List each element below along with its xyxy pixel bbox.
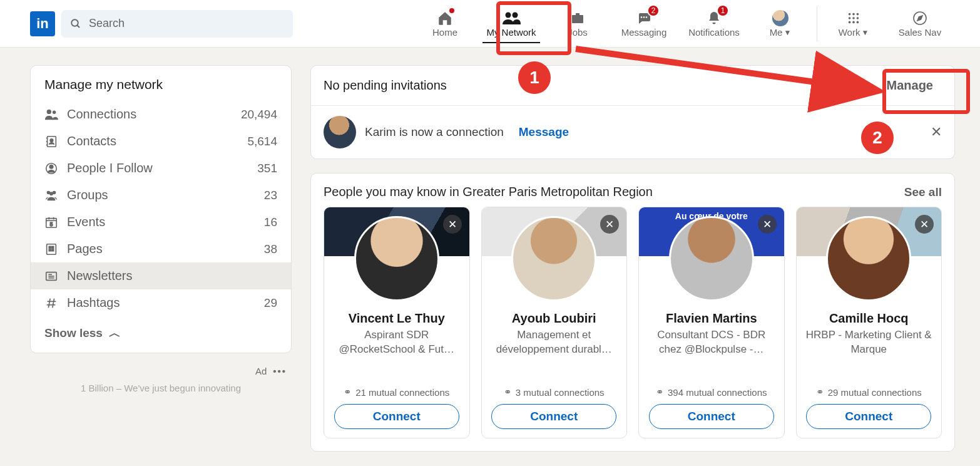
ad-label: Ad [255,366,267,376]
mn-people-follow[interactable]: People I Follow 351 [31,155,291,182]
mn-events[interactable]: 5 Events 16 [31,209,291,236]
people-grid: ✕ Vincent Le Thuy Aspirant SDR @RocketSc… [324,207,942,438]
compass-icon [912,9,927,27]
ad-menu-icon[interactable]: ••• [273,366,287,376]
mutual-connections: ⚭ 29 mutual connections [816,380,922,398]
mutual-connections: ⚭ 394 mutual connections [656,380,767,398]
svg-point-7 [646,16,648,18]
pymk-panel: People you may know in Greater Paris Met… [310,173,955,452]
avatar [772,10,789,26]
person-card: Au cœur de votre ✕ Flavien Martins Consu… [638,207,785,438]
nav-work[interactable]: Work▼ [822,0,885,47]
mn-groups[interactable]: Groups 23 [31,182,291,209]
connections-icon [44,108,67,122]
person-avatar[interactable] [354,216,439,301]
connect-button[interactable]: Connect [491,404,616,429]
person-avatar[interactable] [511,216,596,301]
top-nav: in Search Home My Network Jobs [0,0,980,48]
mn-count: 16 [264,215,277,229]
avatar-icon [772,9,789,27]
connect-button[interactable]: Connect [334,404,459,429]
mn-hashtags[interactable]: Hashtags 29 [31,289,291,316]
mn-connections[interactable]: Connections 20,494 [31,101,291,128]
see-all-link[interactable]: See all [904,185,942,199]
dismiss-icon[interactable]: ✕ [758,215,777,234]
svg-rect-39 [52,249,54,251]
person-title: HRBP - Marketing Client & Marque [803,328,936,357]
right-column: No pending invitations Manage Karim is n… [310,65,955,452]
notifications-badge: 1 [717,4,729,17]
nav-label: Home [432,27,457,38]
nav-label: Sales Nav [899,27,941,38]
connection-avatar[interactable] [324,116,356,148]
nav-mynetwork[interactable]: My Network [476,0,546,47]
svg-rect-38 [49,249,51,251]
mn-label: People I Follow [67,161,257,175]
person-name[interactable]: Flavien Martins [666,311,757,326]
dismiss-icon[interactable]: ✕ [600,215,619,234]
connection-notice: Karim is now a connection Message ✕ [311,106,954,158]
nav-items: Home My Network Jobs 2 Messaging 1 [414,0,955,47]
mn-label: Pages [67,242,264,256]
nav-jobs[interactable]: Jobs [546,0,609,47]
svg-text:5: 5 [50,221,53,227]
link-icon: ⚭ [504,386,512,398]
person-name[interactable]: Ayoub Loubiri [512,311,596,326]
nav-separator [817,6,817,41]
svg-point-21 [50,138,53,142]
message-button[interactable]: Message [519,125,569,139]
newsletter-icon [44,269,67,283]
manage-network-panel: Manage my network Connections 20,494 Con… [30,65,292,353]
person-title: Consultant DCS - BDR chez @Blockpulse -… [645,328,778,357]
connect-button[interactable]: Connect [806,404,931,429]
person-title: Aspirant SDR @RocketSchool & Fut… [330,328,463,357]
nav-messaging[interactable]: 2 Messaging [609,0,679,47]
svg-rect-37 [52,246,54,248]
grid-icon [847,9,860,27]
linkedin-logo[interactable]: in [30,11,55,36]
invitations-title: No pending invitations [324,78,447,93]
person-name[interactable]: Vincent Le Thuy [349,311,445,326]
person-name[interactable]: Camille Hocq [829,311,909,326]
svg-point-18 [47,109,51,113]
connect-button[interactable]: Connect [649,404,774,429]
svg-point-6 [643,16,645,18]
nav-notifications[interactable]: 1 Notifications [679,0,749,47]
person-card: ✕ Ayoub Loubiri Management et développem… [481,207,628,438]
dismiss-icon[interactable]: ✕ [443,215,462,234]
messaging-badge: 2 [647,4,660,17]
nav-home[interactable]: Home [414,0,476,47]
mn-label: Events [67,215,264,229]
dismiss-icon[interactable]: ✕ [915,215,934,234]
manage-button[interactable]: Manage [878,75,942,96]
mutual-connections: ⚭ 3 mutual connections [504,380,605,398]
search-input[interactable]: Search [61,10,293,38]
home-badge [448,7,456,14]
link-icon: ⚭ [656,386,664,398]
home-icon [437,9,453,27]
people-icon [502,9,521,27]
nav-label: Messaging [621,27,667,38]
nav-me[interactable]: Me▼ [749,0,812,47]
person-avatar[interactable] [826,216,911,301]
calendar-icon: 5 [44,215,67,229]
nav-salesnav[interactable]: Sales Nav [885,0,955,47]
close-icon[interactable]: ✕ [931,124,942,140]
svg-point-12 [852,17,855,19]
person-avatar[interactable] [669,216,754,301]
bell-icon: 1 [707,9,722,27]
nav-label: My Network [486,27,536,38]
mn-count: 29 [264,296,277,310]
connection-text: Karim is now a connection [365,125,504,139]
svg-point-15 [852,21,855,24]
mn-label: Newsletters [67,269,277,283]
svg-rect-35 [47,244,56,254]
mn-pages[interactable]: Pages 38 [31,236,291,262]
svg-rect-36 [49,246,51,248]
show-less-toggle[interactable]: Show less ︿ [31,316,291,353]
messaging-icon: 2 [636,9,652,27]
nav-label: Work [839,27,860,38]
ad-header: Ad ••• [30,366,292,376]
mn-contacts[interactable]: Contacts 5,614 [31,128,291,155]
mn-newsletters[interactable]: Newsletters [31,262,291,289]
